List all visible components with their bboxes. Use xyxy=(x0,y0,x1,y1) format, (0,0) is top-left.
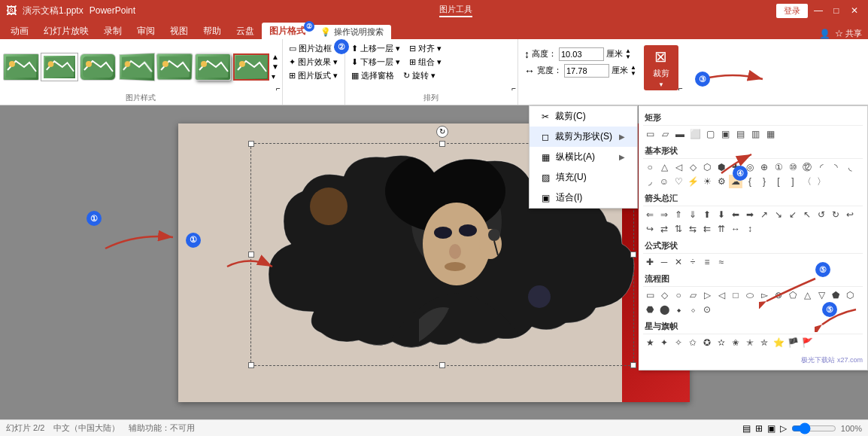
shape-arc3[interactable]: ◟ xyxy=(843,160,857,174)
shape-smiley[interactable]: ☺ xyxy=(657,175,671,188)
tab-animation[interactable]: 动画 xyxy=(3,23,36,39)
tab-record[interactable]: 录制 xyxy=(96,23,129,39)
arrow-5[interactable]: ⬆ xyxy=(700,208,714,221)
shape-rect-6[interactable]: ▣ xyxy=(718,127,732,141)
flow-12[interactable]: △ xyxy=(800,288,814,302)
formula-5[interactable]: ≡ xyxy=(700,255,714,269)
picture-effect-btn[interactable]: ✦ 图片效果 ▾ xyxy=(286,56,341,69)
arrow-19[interactable]: ⇆ xyxy=(686,222,700,236)
flow-10[interactable]: ⊗ xyxy=(772,288,785,302)
flow-17[interactable]: ⬤ xyxy=(657,303,671,316)
star-1[interactable]: ★ xyxy=(643,336,657,349)
flow-6[interactable]: ◁ xyxy=(715,288,728,302)
flow-7[interactable]: □ xyxy=(729,288,742,302)
tab-review[interactable]: 审阅 xyxy=(129,23,162,39)
arrow-16[interactable]: ↪ xyxy=(643,222,657,236)
login-button[interactable]: 登录 xyxy=(776,4,808,18)
star-3[interactable]: ✧ xyxy=(672,336,685,349)
arrow-3[interactable]: ⇑ xyxy=(672,208,685,221)
flow-13[interactable]: ▽ xyxy=(815,288,828,302)
flow-4[interactable]: ▱ xyxy=(686,288,700,302)
arrow-23[interactable]: ↕ xyxy=(743,222,757,236)
star-8[interactable]: ✭ xyxy=(743,336,757,349)
rotate-handle[interactable]: ↻ xyxy=(436,126,448,138)
bring-forward-btn[interactable]: ⬆ 上移一层 ▾ xyxy=(348,42,403,55)
view-slideshow-btn[interactable]: ▷ xyxy=(780,423,787,434)
formula-3[interactable]: ✕ xyxy=(672,255,685,269)
formula-2[interactable]: ─ xyxy=(657,255,671,269)
shape-8[interactable]: ⊕ xyxy=(757,160,771,174)
flow-20[interactable]: ⊙ xyxy=(700,303,714,316)
star-11[interactable]: 🏴 xyxy=(786,336,800,349)
style-thumb-2[interactable] xyxy=(41,53,77,81)
arrow-15[interactable]: ↩ xyxy=(843,208,857,221)
arrange-expand[interactable]: ⌐ xyxy=(511,84,516,93)
size-expand[interactable]: ⌐ xyxy=(678,84,683,93)
shape-arc4[interactable]: ◞ xyxy=(643,175,657,188)
shape-heart[interactable]: ♡ xyxy=(672,175,685,188)
arrow-20[interactable]: ⇇ xyxy=(700,222,714,236)
star-5[interactable]: ✪ xyxy=(700,336,714,349)
scroll-up[interactable]: ▲ xyxy=(272,53,279,61)
arrow-11[interactable]: ↙ xyxy=(786,208,800,221)
flow-8[interactable]: ⬭ xyxy=(743,288,757,302)
tab-help[interactable]: 帮助 xyxy=(196,23,229,39)
formula-6[interactable]: ≈ xyxy=(715,255,728,269)
flow-1[interactable]: ▭ xyxy=(643,288,657,302)
arrow-10[interactable]: ↘ xyxy=(772,208,785,221)
view-normal-btn[interactable]: ▤ xyxy=(742,423,751,434)
flow-11[interactable]: ⬠ xyxy=(786,288,800,302)
shape-arc2[interactable]: ◝ xyxy=(829,160,842,174)
tab-picture-format[interactable]: 图片格式 ② xyxy=(262,23,313,39)
style-thumb-5[interactable] xyxy=(156,53,193,80)
flow-2[interactable]: ◇ xyxy=(657,288,671,302)
style-thumb-7[interactable] xyxy=(233,53,269,81)
send-backward-btn[interactable]: ⬇ 下移一层 ▾ xyxy=(348,56,403,69)
crop-menu-shape[interactable]: ◻ 裁剪为形状(S) ▶ xyxy=(530,127,637,147)
arrow-4[interactable]: ⇓ xyxy=(686,208,700,221)
shape-angle-l[interactable]: 〈 xyxy=(800,175,814,188)
arrow-6[interactable]: ⬇ xyxy=(715,208,728,221)
style-thumb-4[interactable] xyxy=(119,52,155,81)
shape-rect-4[interactable]: ⬜ xyxy=(688,127,702,141)
formula-4[interactable]: ÷ xyxy=(686,255,700,269)
shape-bracket-r[interactable]: ] xyxy=(786,175,800,188)
scroll-down[interactable]: ▼ xyxy=(272,63,279,71)
shape-hexagon[interactable]: ⬡ xyxy=(700,160,714,174)
shape-9[interactable]: ① xyxy=(772,160,785,174)
search-area[interactable]: 💡 操作说明搜索 xyxy=(313,25,391,39)
shape-10[interactable]: ⑩ xyxy=(786,160,800,174)
select-pane-btn[interactable]: ▦ 选择窗格 xyxy=(348,69,397,82)
shape-bracket-l[interactable]: [ xyxy=(772,175,785,188)
shape-7[interactable]: ◎ xyxy=(743,160,757,174)
flow-9[interactable]: ▻ xyxy=(757,288,771,302)
flow-19[interactable]: ⬦ xyxy=(686,303,700,316)
star-12[interactable]: 🚩 xyxy=(800,336,814,349)
close-button[interactable]: ✕ xyxy=(847,5,862,17)
arrow-7[interactable]: ⬅ xyxy=(729,208,742,221)
shape-brace-l[interactable]: { xyxy=(743,175,757,188)
shape-triangle[interactable]: △ xyxy=(657,160,671,174)
arrow-13[interactable]: ↺ xyxy=(815,208,828,221)
height-spinner[interactable]: ▲ ▼ xyxy=(625,48,631,60)
crop-menu-fit[interactable]: ▣ 适合(I) xyxy=(530,188,637,208)
crop-menu-ratio[interactable]: ▦ 纵横比(A) ▶ xyxy=(530,147,637,167)
flow-18[interactable]: ⬥ xyxy=(672,303,685,316)
arrow-14[interactable]: ↻ xyxy=(829,208,842,221)
tab-cloud[interactable]: 云盘 xyxy=(229,23,262,39)
flow-14[interactable]: ⬟ xyxy=(829,288,842,302)
star-6[interactable]: ✫ xyxy=(715,336,728,349)
shape-cloud[interactable]: ☁ xyxy=(729,175,742,188)
arrow-2[interactable]: ⇒ xyxy=(657,208,671,221)
star-4[interactable]: ✩ xyxy=(686,336,700,349)
arrow-18[interactable]: ⇅ xyxy=(672,222,685,236)
rotate-btn[interactable]: ↻ 旋转 ▾ xyxy=(400,69,439,82)
style-scroll[interactable]: ▲ ▼ ▾ xyxy=(272,53,279,81)
shape-octagon[interactable]: ⬢ xyxy=(715,160,728,174)
shape-lightning[interactable]: ⚡ xyxy=(686,175,700,188)
shape-gear[interactable]: ⚙ xyxy=(715,175,728,188)
shape-brace-r[interactable]: } xyxy=(757,175,771,188)
shape-circle[interactable]: ○ xyxy=(643,160,657,174)
shape-rect-2[interactable]: ▱ xyxy=(658,127,672,141)
align-btn[interactable]: ⊟ 对齐 ▾ xyxy=(406,42,445,55)
